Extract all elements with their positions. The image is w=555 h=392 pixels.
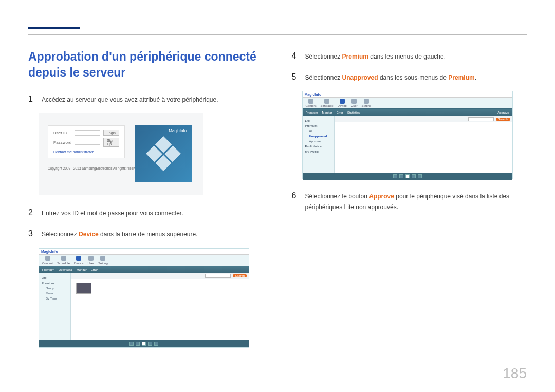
app-pager	[303, 173, 512, 180]
search-input[interactable]	[468, 117, 494, 121]
sidebar-item[interactable]: Move	[41, 291, 69, 296]
device-thumbnail[interactable]	[76, 283, 91, 294]
search-button[interactable]: Search	[233, 274, 247, 277]
login-screenshot: User ID Login Password Sign Up Contact t…	[39, 113, 203, 195]
step-6: 6 Sélectionnez le bouton Approve pour le…	[292, 189, 527, 212]
pager-next-icon[interactable]	[148, 342, 152, 346]
app-subheader: Premium Download Monitor Error	[39, 266, 249, 273]
app-sidebar: Lite Premium All Unapproved Approved Fau…	[303, 116, 335, 173]
app-main: Search	[71, 273, 249, 340]
keyword-device: Device	[79, 231, 99, 238]
app-sidebar: Lite Premium Group Move By Time	[39, 273, 71, 340]
pager-current	[142, 342, 146, 346]
sidebar-item-approved[interactable]: Approved	[304, 139, 332, 144]
sidebar-item-unapproved[interactable]: Unapproved	[304, 134, 332, 139]
sidebar-item[interactable]: Group	[41, 286, 69, 291]
sidebar-item-profile[interactable]: My Profile	[304, 149, 332, 154]
step-number: 2	[28, 206, 34, 219]
pager-first-icon[interactable]	[393, 174, 397, 178]
app-tabs: Content Schedule Device User Setting	[303, 98, 512, 109]
device-screenshot: MagicInfo Content Schedule Device User S…	[39, 248, 249, 348]
left-column: Approbation d'un périphérique connecté d…	[28, 49, 264, 357]
app-brand: MagicInfo	[39, 249, 249, 255]
pager-last-icon[interactable]	[154, 342, 158, 346]
keyword-premium-2: Premium	[448, 74, 474, 81]
diamond-icon	[146, 136, 181, 171]
pager-current	[405, 174, 410, 178]
user-id-input[interactable]	[75, 130, 100, 136]
app-brand: MagicInfo	[303, 91, 512, 98]
login-panel: User ID Login Password Sign Up Contact t…	[48, 125, 125, 158]
pager-last-icon[interactable]	[418, 174, 422, 178]
sidebar-item-fault[interactable]: Fault Notice	[304, 144, 332, 149]
pager-prev-icon[interactable]	[399, 174, 403, 178]
header-accent	[28, 27, 80, 29]
page-title: Approbation d'un périphérique connecté d…	[28, 49, 264, 81]
app-toolbar: Search	[335, 116, 512, 122]
tab-schedule[interactable]: Schedule	[57, 256, 70, 265]
sidebar-item[interactable]: Premium	[41, 281, 69, 286]
step-2: 2 Entrez vos ID et mot de passe pour vou…	[28, 206, 264, 219]
header-rule	[28, 34, 527, 35]
sidebar-item-lite[interactable]: Lite	[304, 118, 332, 123]
step-5: 5 Sélectionnez Unapproved dans les sous-…	[292, 70, 527, 84]
sidebar-item[interactable]: Lite	[41, 275, 69, 281]
tab-setting[interactable]: Setting	[98, 256, 108, 265]
contact-admin-link[interactable]: Contact the administrator	[53, 150, 119, 154]
step-4: 4 Sélectionnez Premium dans les menus de…	[292, 49, 527, 63]
step-text: Sélectionnez le bouton Approve pour le p…	[305, 191, 527, 212]
pager-first-icon[interactable]	[130, 342, 134, 346]
unapproved-screenshot: MagicInfo Content Schedule Device User S…	[302, 91, 513, 179]
keyword-approve: Approve	[369, 193, 394, 200]
tab-content[interactable]: Content	[306, 99, 317, 107]
step-text: Sélectionnez Device dans la barre de men…	[42, 229, 198, 239]
pager-prev-icon[interactable]	[136, 342, 140, 346]
step-3: 3 Sélectionnez Device dans la barre de m…	[28, 227, 264, 240]
step-1: 1 Accédez au serveur que vous avez attri…	[28, 92, 264, 106]
password-label: Password	[53, 140, 71, 145]
step-text: Sélectionnez Unapproved dans les sous-me…	[305, 72, 477, 83]
step-number: 5	[292, 70, 298, 84]
step-number: 1	[28, 92, 34, 106]
step-number: 3	[28, 227, 34, 240]
brand-tile: MagicInfo	[135, 125, 192, 182]
search-input[interactable]	[205, 274, 231, 278]
tab-user[interactable]: User	[351, 99, 358, 107]
keyword-premium: Premium	[342, 53, 368, 60]
tab-user[interactable]: User	[87, 256, 94, 265]
pager-next-icon[interactable]	[412, 174, 416, 178]
app-pager	[39, 340, 249, 347]
tab-content[interactable]: Content	[42, 256, 53, 265]
signup-button[interactable]: Sign Up	[103, 138, 119, 147]
user-id-label: User ID	[53, 130, 71, 135]
tab-schedule[interactable]: Schedule	[321, 99, 334, 107]
tab-device[interactable]: Device	[338, 99, 347, 107]
tab-setting[interactable]: Setting	[362, 99, 372, 107]
step-text: Accédez au serveur que vous avez attribu…	[42, 95, 218, 105]
step-number: 6	[292, 189, 298, 202]
step-text: Sélectionnez Premium dans les menus de g…	[305, 51, 446, 62]
app-toolbar: Search	[71, 273, 249, 279]
app-main: Search	[335, 116, 512, 173]
sidebar-item-premium[interactable]: Premium	[304, 123, 332, 128]
search-button[interactable]: Search	[496, 118, 510, 121]
right-column: 4 Sélectionnez Premium dans les menus de…	[292, 49, 527, 357]
sidebar-item-all[interactable]: All	[304, 128, 332, 134]
login-button[interactable]: Login	[103, 130, 119, 136]
brand-name: MagicInfo	[169, 128, 187, 133]
keyword-unapproved: Unapproved	[342, 74, 378, 81]
step-text: Entrez vos ID et mot de passe pour vous …	[42, 208, 183, 218]
app-tabs: Content Schedule Device User Setting	[39, 255, 249, 266]
page-number: 185	[503, 365, 527, 382]
step-number: 4	[292, 49, 298, 63]
content-columns: Approbation d'un périphérique connecté d…	[28, 49, 527, 357]
sidebar-item[interactable]: By Time	[41, 296, 69, 301]
app-subheader: Premium Monitor Error Statistics Approve	[303, 109, 512, 116]
tab-device[interactable]: Device	[74, 256, 83, 265]
password-input[interactable]	[75, 140, 100, 145]
